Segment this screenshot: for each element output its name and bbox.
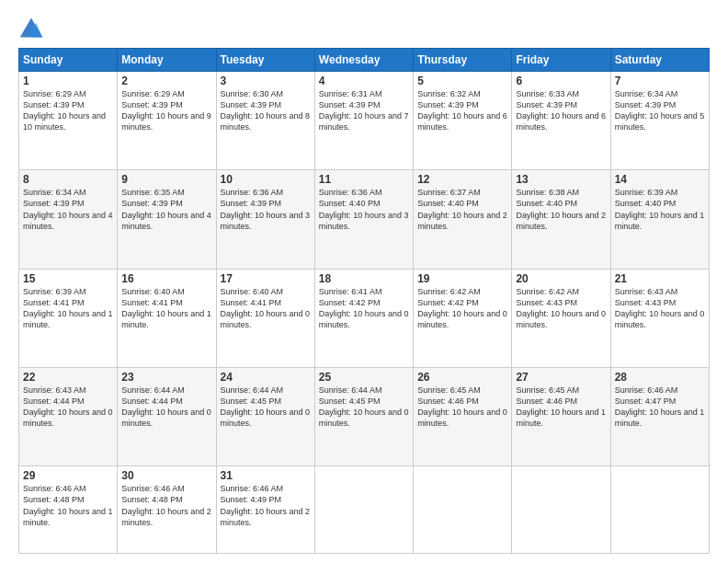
- day-number: 31: [221, 469, 311, 482]
- calendar-cell: 16Sunrise: 6:40 AMSunset: 4:41 PMDayligh…: [118, 269, 216, 367]
- cell-text: Sunrise: 6:45 AMSunset: 4:46 PMDaylight:…: [417, 385, 507, 430]
- cell-text: Sunrise: 6:29 AMSunset: 4:39 PMDaylight:…: [23, 88, 113, 133]
- day-number: 1: [23, 75, 113, 87]
- calendar-week-row: 29Sunrise: 6:46 AMSunset: 4:48 PMDayligh…: [19, 466, 710, 554]
- cell-text: Sunrise: 6:40 AMSunset: 4:41 PMDaylight:…: [121, 286, 211, 331]
- cell-text: Sunrise: 6:44 AMSunset: 4:45 PMDaylight:…: [221, 385, 311, 430]
- cell-text: Sunrise: 6:44 AMSunset: 4:45 PMDaylight:…: [319, 385, 409, 430]
- day-number: 25: [319, 371, 409, 384]
- calendar-cell: 27Sunrise: 6:45 AMSunset: 4:46 PMDayligh…: [512, 367, 610, 465]
- cell-text: Sunrise: 6:46 AMSunset: 4:49 PMDaylight:…: [221, 483, 311, 528]
- day-number: 4: [319, 75, 409, 87]
- day-number: 11: [319, 173, 409, 186]
- cell-text: Sunrise: 6:45 AMSunset: 4:46 PMDaylight:…: [516, 385, 606, 430]
- day-number: 3: [221, 75, 311, 87]
- day-header: Sunday: [19, 49, 118, 72]
- cell-text: Sunrise: 6:39 AMSunset: 4:41 PMDaylight:…: [23, 286, 113, 331]
- calendar-cell: 15Sunrise: 6:39 AMSunset: 4:41 PMDayligh…: [19, 269, 118, 367]
- day-number: 27: [516, 371, 606, 384]
- day-number: 2: [121, 75, 211, 87]
- calendar-week-row: 8Sunrise: 6:34 AMSunset: 4:39 PMDaylight…: [19, 170, 710, 269]
- calendar-cell: 7Sunrise: 6:34 AMSunset: 4:39 PMDaylight…: [610, 72, 709, 170]
- calendar-cell: 25Sunrise: 6:44 AMSunset: 4:45 PMDayligh…: [314, 367, 413, 465]
- cell-text: Sunrise: 6:43 AMSunset: 4:43 PMDaylight:…: [615, 286, 705, 331]
- day-header: Saturday: [610, 49, 709, 72]
- day-number: 20: [516, 272, 606, 285]
- calendar-cell: 3Sunrise: 6:30 AMSunset: 4:39 PMDaylight…: [216, 72, 314, 170]
- day-number: 14: [615, 173, 705, 186]
- calendar-cell: 24Sunrise: 6:44 AMSunset: 4:45 PMDayligh…: [216, 367, 314, 465]
- cell-text: Sunrise: 6:39 AMSunset: 4:40 PMDaylight:…: [615, 187, 705, 232]
- calendar-cell: [610, 466, 709, 554]
- day-number: 24: [221, 371, 311, 384]
- day-number: 29: [23, 469, 113, 482]
- cell-text: Sunrise: 6:43 AMSunset: 4:44 PMDaylight:…: [23, 385, 113, 430]
- day-number: 9: [121, 173, 211, 186]
- calendar-cell: [414, 466, 512, 554]
- day-number: 21: [615, 272, 705, 285]
- calendar-cell: 6Sunrise: 6:33 AMSunset: 4:39 PMDaylight…: [512, 72, 610, 170]
- cell-text: Sunrise: 6:46 AMSunset: 4:48 PMDaylight:…: [23, 483, 113, 528]
- cell-text: Sunrise: 6:34 AMSunset: 4:39 PMDaylight:…: [23, 187, 113, 232]
- calendar-cell: 14Sunrise: 6:39 AMSunset: 4:40 PMDayligh…: [610, 170, 709, 269]
- day-number: 13: [516, 173, 606, 186]
- day-number: 16: [121, 272, 211, 285]
- cell-text: Sunrise: 6:42 AMSunset: 4:42 PMDaylight:…: [417, 286, 507, 331]
- calendar-cell: 26Sunrise: 6:45 AMSunset: 4:46 PMDayligh…: [414, 367, 512, 465]
- cell-text: Sunrise: 6:36 AMSunset: 4:39 PMDaylight:…: [221, 187, 311, 232]
- day-number: 6: [516, 75, 606, 87]
- day-number: 5: [417, 75, 507, 87]
- cell-text: Sunrise: 6:33 AMSunset: 4:39 PMDaylight:…: [516, 88, 606, 133]
- calendar-cell: 8Sunrise: 6:34 AMSunset: 4:39 PMDaylight…: [19, 170, 118, 269]
- cell-text: Sunrise: 6:38 AMSunset: 4:40 PMDaylight:…: [516, 187, 606, 232]
- cell-text: Sunrise: 6:31 AMSunset: 4:39 PMDaylight:…: [319, 88, 409, 133]
- day-header: Wednesday: [314, 49, 413, 72]
- logo-icon: [18, 15, 44, 40]
- header: [18, 15, 710, 40]
- calendar-week-row: 1Sunrise: 6:29 AMSunset: 4:39 PMDaylight…: [19, 72, 710, 170]
- day-number: 12: [417, 173, 507, 186]
- logo: [18, 15, 48, 40]
- calendar-cell: 23Sunrise: 6:44 AMSunset: 4:44 PMDayligh…: [118, 367, 216, 465]
- calendar-cell: 12Sunrise: 6:37 AMSunset: 4:40 PMDayligh…: [414, 170, 512, 269]
- calendar-cell: [512, 466, 610, 554]
- cell-text: Sunrise: 6:44 AMSunset: 4:44 PMDaylight:…: [121, 385, 211, 430]
- cell-text: Sunrise: 6:29 AMSunset: 4:39 PMDaylight:…: [121, 88, 211, 133]
- cell-text: Sunrise: 6:40 AMSunset: 4:41 PMDaylight:…: [221, 286, 311, 331]
- calendar-cell: [314, 466, 413, 554]
- calendar-week-row: 22Sunrise: 6:43 AMSunset: 4:44 PMDayligh…: [19, 367, 710, 465]
- calendar-cell: 18Sunrise: 6:41 AMSunset: 4:42 PMDayligh…: [314, 269, 413, 367]
- day-number: 26: [417, 371, 507, 384]
- calendar-cell: 13Sunrise: 6:38 AMSunset: 4:40 PMDayligh…: [512, 170, 610, 269]
- day-number: 8: [23, 173, 113, 186]
- calendar-table: SundayMondayTuesdayWednesdayThursdayFrid…: [18, 48, 710, 554]
- day-number: 22: [23, 371, 113, 384]
- cell-text: Sunrise: 6:46 AMSunset: 4:48 PMDaylight:…: [121, 483, 211, 528]
- calendar-cell: 4Sunrise: 6:31 AMSunset: 4:39 PMDaylight…: [314, 72, 413, 170]
- calendar-cell: 9Sunrise: 6:35 AMSunset: 4:39 PMDaylight…: [118, 170, 216, 269]
- calendar-cell: 17Sunrise: 6:40 AMSunset: 4:41 PMDayligh…: [216, 269, 314, 367]
- cell-text: Sunrise: 6:37 AMSunset: 4:40 PMDaylight:…: [417, 187, 507, 232]
- calendar-cell: 28Sunrise: 6:46 AMSunset: 4:47 PMDayligh…: [610, 367, 709, 465]
- calendar-cell: 10Sunrise: 6:36 AMSunset: 4:39 PMDayligh…: [216, 170, 314, 269]
- calendar-cell: 20Sunrise: 6:42 AMSunset: 4:43 PMDayligh…: [512, 269, 610, 367]
- calendar-week-row: 15Sunrise: 6:39 AMSunset: 4:41 PMDayligh…: [19, 269, 710, 367]
- calendar-cell: 2Sunrise: 6:29 AMSunset: 4:39 PMDaylight…: [118, 72, 216, 170]
- day-header: Thursday: [414, 49, 512, 72]
- cell-text: Sunrise: 6:32 AMSunset: 4:39 PMDaylight:…: [417, 88, 507, 133]
- cell-text: Sunrise: 6:35 AMSunset: 4:39 PMDaylight:…: [121, 187, 211, 232]
- cell-text: Sunrise: 6:30 AMSunset: 4:39 PMDaylight:…: [221, 88, 311, 133]
- cell-text: Sunrise: 6:36 AMSunset: 4:40 PMDaylight:…: [319, 187, 409, 232]
- day-number: 7: [615, 75, 705, 87]
- day-header: Monday: [118, 49, 216, 72]
- calendar-cell: 31Sunrise: 6:46 AMSunset: 4:49 PMDayligh…: [216, 466, 314, 554]
- calendar-cell: 11Sunrise: 6:36 AMSunset: 4:40 PMDayligh…: [314, 170, 413, 269]
- cell-text: Sunrise: 6:34 AMSunset: 4:39 PMDaylight:…: [615, 88, 705, 133]
- day-number: 10: [221, 173, 311, 186]
- day-number: 23: [121, 371, 211, 384]
- calendar-cell: 30Sunrise: 6:46 AMSunset: 4:48 PMDayligh…: [118, 466, 216, 554]
- calendar-cell: 1Sunrise: 6:29 AMSunset: 4:39 PMDaylight…: [19, 72, 118, 170]
- day-header: Tuesday: [216, 49, 314, 72]
- day-number: 17: [221, 272, 311, 285]
- day-number: 18: [319, 272, 409, 285]
